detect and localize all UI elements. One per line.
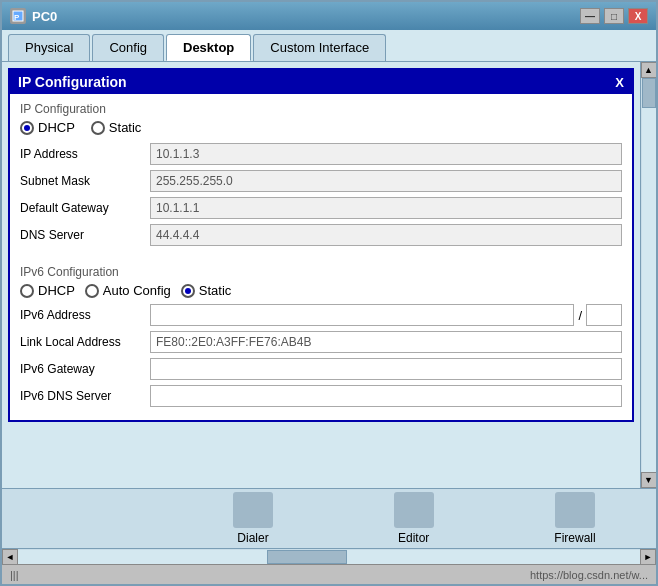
ipv6-dhcp-label: DHCP [38,283,75,298]
title-bar: P PC0 — □ X [2,2,656,30]
dhcp-radio[interactable]: DHCP [20,120,75,135]
ipv6-prefix-input[interactable] [586,304,622,326]
ipv6-address-input[interactable] [150,304,574,326]
window-icon: P [10,8,26,24]
left-panel: IP Configuration X IP Configuration DHCP… [2,62,640,488]
ipv6-address-label: IPv6 Address [20,308,150,322]
scroll-thumb[interactable] [642,78,656,108]
ipv6-slash: / [578,308,582,323]
window-title: PC0 [32,9,580,24]
default-gateway-label: Default Gateway [20,201,150,215]
scroll-right-button[interactable]: ► [640,549,656,565]
static-label: Static [109,120,142,135]
ip-config-header: IP Configuration X [10,70,632,94]
pc-icon-item[interactable] [62,494,112,544]
default-gateway-input[interactable] [150,197,622,219]
ipv6-auto-indicator [85,284,99,298]
ip-address-row: IP Address [20,143,622,165]
maximize-button[interactable]: □ [604,8,624,24]
statusbar-left: ||| [10,569,19,581]
tab-config[interactable]: Config [92,34,164,61]
ipv6-static-label: Static [199,283,232,298]
link-local-label: Link Local Address [20,335,150,349]
static-radio[interactable]: Static [91,120,142,135]
ipv6-dns-row: IPv6 DNS Server [20,385,622,407]
editor-label: Editor [398,531,429,545]
subnet-mask-input[interactable] [150,170,622,192]
pc-icon [62,494,112,544]
dns-server-label: DNS Server [20,228,150,242]
bottom-bar: Dialer Editor Firewall [2,488,656,548]
ipv6-gateway-row: IPv6 Gateway [20,358,622,380]
ipv6-auto-radio[interactable]: Auto Config [85,283,171,298]
scroll-down-button[interactable]: ▼ [641,472,657,488]
ipv6-dns-label: IPv6 DNS Server [20,389,150,403]
ipv4-radio-group: DHCP Static [20,120,622,135]
divider [20,251,622,259]
h-scroll-track [18,550,640,564]
ip-config-panel: IP Configuration X IP Configuration DHCP… [8,68,634,422]
static-radio-indicator [91,121,105,135]
ip-address-input[interactable] [150,143,622,165]
firewall-label: Firewall [554,531,595,545]
default-gateway-row: Default Gateway [20,197,622,219]
dhcp-radio-indicator [20,121,34,135]
tab-custom-interface[interactable]: Custom Interface [253,34,386,61]
ipv6-gateway-label: IPv6 Gateway [20,362,150,376]
svg-text:P: P [14,13,20,22]
ipv6-dns-input[interactable] [150,385,622,407]
ip-config-body: IP Configuration DHCP Static [10,94,632,420]
firewall-icon [555,492,595,528]
ipv6-section: IPv6 Configuration DHCP Auto Config [20,265,622,407]
statusbar-url: https://blog.csdn.net/w... [530,569,648,581]
ipv6-dhcp-indicator [20,284,34,298]
right-scrollbar: ▲ ▼ [640,62,656,488]
main-content: IP Configuration X IP Configuration DHCP… [2,61,656,488]
editor-icon [394,492,434,528]
ipv6-gateway-input[interactable] [150,358,622,380]
h-scroll-thumb[interactable] [267,550,347,564]
close-button[interactable]: X [628,8,648,24]
tabs-bar: Physical Config Desktop Custom Interface [2,30,656,61]
link-local-input[interactable] [150,331,622,353]
link-local-row: Link Local Address [20,331,622,353]
ipv6-dhcp-radio[interactable]: DHCP [20,283,75,298]
dns-server-input[interactable] [150,224,622,246]
ipv6-section-label: IPv6 Configuration [20,265,622,279]
status-bar: ||| https://blog.csdn.net/w... [2,564,656,584]
firewall-icon-item[interactable]: Firewall [554,492,595,545]
subnet-mask-label: Subnet Mask [20,174,150,188]
ip-address-label: IP Address [20,147,150,161]
dns-server-row: DNS Server [20,224,622,246]
dhcp-label: DHCP [38,120,75,135]
tab-desktop[interactable]: Desktop [166,34,251,61]
ipv6-static-indicator [181,284,195,298]
dialer-icon [233,492,273,528]
scroll-track [642,78,656,472]
ipv6-radio-group: DHCP Auto Config Static [20,283,622,298]
ip-config-close-button[interactable]: X [615,75,624,90]
main-window: P PC0 — □ X Physical Config Desktop Cust… [0,0,658,586]
ip-config-title: IP Configuration [18,74,127,90]
subnet-mask-row: Subnet Mask [20,170,622,192]
scroll-up-button[interactable]: ▲ [641,62,657,78]
horizontal-scrollbar: ◄ ► [2,548,656,564]
dialer-icon-item[interactable]: Dialer [233,492,273,545]
scroll-left-button[interactable]: ◄ [2,549,18,565]
editor-icon-item[interactable]: Editor [394,492,434,545]
dialer-label: Dialer [237,531,268,545]
minimize-button[interactable]: — [580,8,600,24]
ipv6-auto-label: Auto Config [103,283,171,298]
window-controls: — □ X [580,8,648,24]
ipv6-static-radio[interactable]: Static [181,283,232,298]
ipv6-address-row: IPv6 Address / [20,304,622,326]
ipv4-section-label: IP Configuration [20,102,622,116]
tab-physical[interactable]: Physical [8,34,90,61]
